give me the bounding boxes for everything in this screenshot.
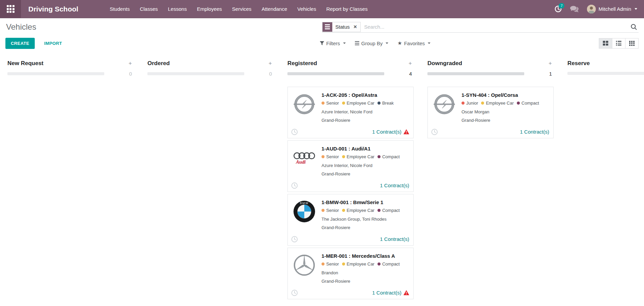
activity-clock-icon[interactable] [291, 236, 298, 243]
avatar [587, 5, 596, 13]
nav-item-attendance[interactable]: Attendance [261, 6, 287, 12]
nav-item-report-by-classes[interactable]: Report by Classes [326, 6, 368, 12]
kanban-column-reserve: Reserve + [567, 60, 644, 86]
filters-dropdown[interactable]: Filters [320, 40, 346, 46]
search-facet-status: Status ✕ [322, 22, 361, 32]
opel-logo [293, 93, 315, 115]
kanban-view-button[interactable] [599, 38, 612, 49]
column-progressbar[interactable] [287, 72, 384, 75]
grid-view-button[interactable] [625, 38, 639, 49]
chevron-down-icon [635, 8, 637, 10]
search-icon[interactable] [631, 24, 637, 30]
tag-dot [342, 155, 345, 158]
add-record-icon[interactable]: + [549, 60, 554, 67]
vehicle-card[interactable]: 1-SYN-404 : Opel/Corsa Junior Employee C… [427, 87, 554, 138]
page-title: Vehicles [6, 22, 36, 32]
column-progressbar[interactable] [7, 72, 104, 75]
chat-icon [570, 6, 579, 12]
nav-item-lessons[interactable]: Lessons [168, 6, 187, 12]
vehicle-driver: The Jackson Group, Toni Rhodes [321, 217, 411, 222]
tag-label: Employee Car [347, 261, 374, 267]
column-title: Registered [287, 60, 317, 67]
nav-item-vehicles[interactable]: Vehicles [297, 6, 316, 12]
search-input[interactable] [361, 24, 631, 30]
column-count: 1 [549, 71, 554, 77]
contracts-link[interactable]: 1 Contract(s) [372, 290, 409, 296]
warning-icon [403, 129, 409, 134]
chevron-down-icon [343, 43, 346, 44]
vehicle-title: 1-ACK-205 : Opel/Astra [321, 92, 411, 98]
kanban-board: New Request + 0 Ordered + 0 Registered +… [0, 51, 644, 301]
tag-dot [342, 262, 345, 266]
tag-label: Senior [326, 154, 339, 159]
vehicle-title: 1-MER-001 : Mercedes/Class A [321, 253, 411, 259]
app-title[interactable]: Driving School [28, 5, 78, 13]
filter-funnel-icon [320, 41, 324, 45]
vehicle-card[interactable]: Audi 1-AUD-001 : Audi/A1 Senior Employee… [287, 140, 414, 192]
contracts-link[interactable]: 1 Contract(s) [372, 129, 409, 135]
nav-item-classes[interactable]: Classes [140, 6, 158, 12]
tag-label: Senior [326, 261, 339, 267]
vehicle-card[interactable]: 1-ACK-205 : Opel/Astra Senior Employee C… [287, 87, 414, 138]
add-record-icon[interactable]: + [269, 60, 274, 67]
tag-list: Senior Employee Car Compact [321, 261, 411, 267]
contracts-link[interactable]: 1 Contract(s) [520, 129, 549, 135]
vehicle-driver: Oscar Morgan [461, 109, 551, 114]
column-progressbar[interactable] [567, 72, 644, 75]
column-progressbar[interactable] [147, 72, 244, 75]
contracts-link[interactable]: 1 Contract(s) [380, 183, 409, 188]
activity-clock-icon[interactable] [291, 289, 298, 296]
nav-item-students[interactable]: Students [110, 6, 130, 12]
tag-label: Employee Car [347, 101, 374, 106]
top-nav: Driving School Students Classes Lessons … [0, 0, 644, 18]
activity-clock-button[interactable]: 7 [555, 5, 562, 12]
warning-icon [403, 290, 409, 295]
column-progressbar[interactable] [427, 72, 524, 75]
activity-clock-icon[interactable] [431, 129, 438, 135]
create-button[interactable]: CREATE [5, 38, 35, 49]
user-menu[interactable]: Mitchell Admin [587, 5, 637, 13]
tag-dot [321, 262, 325, 266]
vehicle-card[interactable]: BMW 1-BMW-001 : Bmw/Serie 1 Senior Emplo… [287, 194, 414, 246]
facet-remove-icon[interactable]: ✕ [353, 24, 361, 29]
tag-dot [377, 262, 381, 266]
user-name: Mitchell Admin [598, 6, 631, 12]
column-count: 0 [129, 71, 134, 77]
import-button[interactable]: IMPORT [44, 41, 62, 46]
list-view-button[interactable] [612, 38, 625, 49]
tag-list: Senior Employee Car Break [321, 101, 411, 106]
favorites-dropdown[interactable]: ★ Favorites [397, 40, 430, 46]
column-title: Downgraded [427, 60, 462, 67]
tag-dot [342, 209, 345, 212]
apps-grid-icon [7, 5, 15, 13]
activity-clock-icon[interactable] [291, 129, 298, 135]
tag-label: Senior [326, 101, 339, 106]
main-menu: Students Classes Lessons Employees Servi… [110, 6, 368, 12]
tag-label: Employee Car [486, 101, 513, 106]
apps-menu-button[interactable] [0, 0, 21, 18]
add-record-icon[interactable]: + [409, 60, 414, 67]
chevron-down-icon [386, 43, 388, 44]
vehicle-location: Grand-Rosiere [321, 118, 411, 123]
tag-dot [321, 102, 325, 105]
kanban-column-new-request: New Request + 0 [7, 60, 147, 87]
group-by-dropdown[interactable]: Group By [355, 40, 388, 46]
tag-dot [321, 155, 325, 158]
nav-item-services[interactable]: Services [232, 6, 252, 12]
contracts-link[interactable]: 1 Contract(s) [380, 236, 409, 242]
search-bar[interactable]: Status ✕ [322, 21, 639, 33]
messages-button[interactable] [570, 6, 579, 12]
tag-label: Senior [326, 208, 339, 213]
list-icon [616, 41, 621, 46]
nav-item-employees[interactable]: Employees [197, 6, 222, 12]
activity-clock-icon[interactable] [291, 182, 298, 189]
star-icon: ★ [397, 40, 402, 46]
tag-list: Senior Employee Car Compact [321, 154, 411, 159]
grid-icon [629, 41, 635, 46]
tag-dot [517, 102, 520, 105]
vehicle-card[interactable]: 1-MER-001 : Mercedes/Class A Senior Empl… [287, 248, 414, 299]
tag-label: Employee Car [347, 208, 374, 213]
add-record-icon[interactable]: + [129, 60, 134, 67]
vehicle-driver: Brandon [321, 270, 411, 275]
vehicle-location: Grand-Rosiere [461, 118, 551, 123]
